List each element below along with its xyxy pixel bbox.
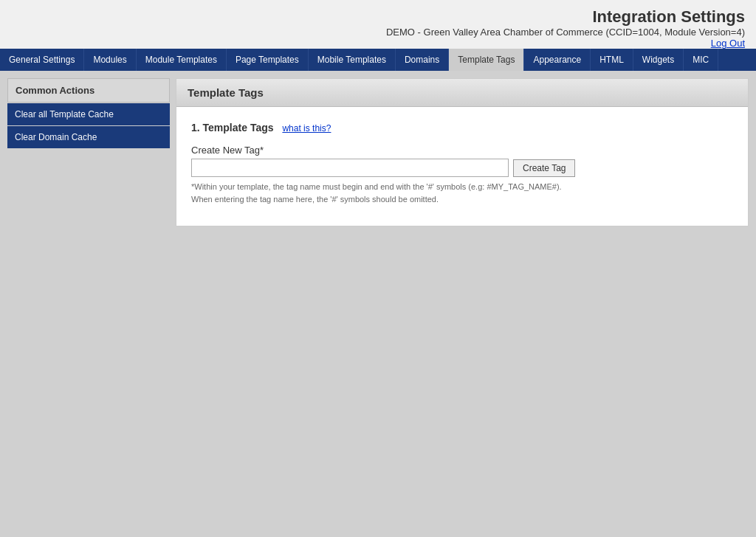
create-tag-form: Create New Tag* Create Tag *Within your … <box>191 145 733 205</box>
page-subtitle: DEMO - Green Valley Area Chamber of Comm… <box>11 27 745 38</box>
section-title-text: 1. Template Tags <box>191 122 274 134</box>
nav-item-modules[interactable]: Modules <box>84 49 136 71</box>
nav-item-widgets[interactable]: Widgets <box>633 49 684 71</box>
section-title: 1. Template Tags what is this? <box>191 122 733 134</box>
content-area: Template Tags 1. Template Tags what is t… <box>176 78 749 226</box>
nav-item-domains[interactable]: Domains <box>396 49 449 71</box>
nav-item-mic[interactable]: MIC <box>684 49 718 71</box>
nav-item-general-settings[interactable]: General Settings <box>0 49 84 71</box>
create-tag-button[interactable]: Create Tag <box>513 159 575 177</box>
sidebar-section-title: Common Actions <box>7 78 170 103</box>
main-layout: Common Actions Clear all Template CacheC… <box>7 78 749 226</box>
hint-line-1: *Within your template, the tag name must… <box>191 181 733 193</box>
sidebar: Common Actions Clear all Template CacheC… <box>7 78 170 226</box>
nav-item-module-templates[interactable]: Module Templates <box>137 49 227 71</box>
hint-line-2: When entering the tag name here, the '#'… <box>191 193 733 206</box>
nav-item-page-templates[interactable]: Page Templates <box>227 49 309 71</box>
nav-item-appearance[interactable]: Appearance <box>524 49 591 71</box>
tag-name-input[interactable] <box>191 159 509 177</box>
content-body: 1. Template Tags what is this? Create Ne… <box>176 107 748 226</box>
content-header: Template Tags <box>176 79 748 107</box>
header: Integration Settings DEMO - Green Valley… <box>0 0 756 49</box>
what-is-this-link[interactable]: what is this? <box>282 123 331 134</box>
sidebar-btn-clear-all-template-cache[interactable]: Clear all Template Cache <box>7 103 170 125</box>
page-title: Integration Settings <box>11 7 745 27</box>
create-tag-row: Create Tag <box>191 159 733 177</box>
sidebar-btn-clear-domain-cache[interactable]: Clear Domain Cache <box>7 126 170 148</box>
logout-anchor[interactable]: Log Out <box>711 38 745 49</box>
nav-item-template-tags[interactable]: Template Tags <box>449 49 524 71</box>
nav-item-html[interactable]: HTML <box>591 49 633 71</box>
navbar: General SettingsModulesModule TemplatesP… <box>0 49 756 71</box>
create-new-tag-label: Create New Tag* <box>191 145 733 156</box>
logout-link[interactable]: Log Out <box>11 38 745 49</box>
hint-text: *Within your template, the tag name must… <box>191 181 733 205</box>
nav-item-mobile-templates[interactable]: Mobile Templates <box>309 49 396 71</box>
